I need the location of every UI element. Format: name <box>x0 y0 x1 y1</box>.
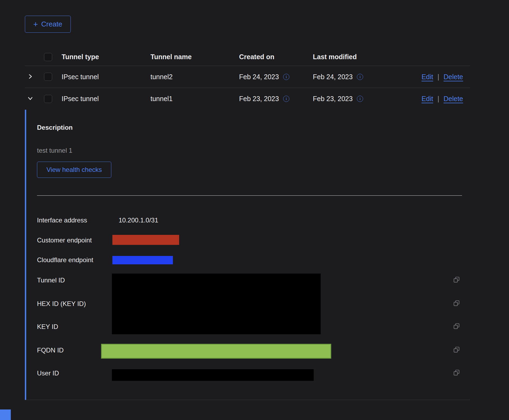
copy-fqdn-id-button[interactable] <box>453 347 460 354</box>
collapse-row-button[interactable] <box>28 95 33 103</box>
customer-endpoint-redaction <box>112 235 179 245</box>
actions-separator: | <box>437 95 439 103</box>
user-id-label: User ID <box>37 369 59 377</box>
edit-link[interactable]: Edit <box>421 95 433 103</box>
create-button[interactable]: + Create <box>25 16 71 33</box>
table-row: IPsec tunnel tunnel2 Feb 24, 2023 i Feb … <box>25 66 470 88</box>
header-last-modified: Last modified <box>313 53 403 61</box>
info-icon[interactable]: i <box>283 96 289 102</box>
delete-link[interactable]: Delete <box>444 95 463 103</box>
fqdn-id-label: FQDN ID <box>37 346 64 354</box>
customer-endpoint-label: Customer endpoint <box>37 236 92 244</box>
chevron-down-icon <box>28 95 33 102</box>
cell-last-modified: Feb 23, 2023 <box>313 95 353 103</box>
copy-icon <box>453 346 460 354</box>
cloudflare-endpoint-redaction <box>112 256 173 264</box>
interface-address-value: 10.200.1.0/31 <box>119 216 158 224</box>
actions-separator: | <box>437 73 439 81</box>
tunnel-id-label: Tunnel ID <box>37 276 65 284</box>
info-icon[interactable]: i <box>357 96 363 102</box>
header-tunnel-name: Tunnel name <box>150 53 239 61</box>
copy-user-id-button[interactable] <box>453 370 460 377</box>
chevron-right-icon <box>28 73 33 81</box>
tunnel-detail-panel: Description test tunnel 1 View health ch… <box>25 110 470 400</box>
copy-icon <box>453 276 460 284</box>
delete-link[interactable]: Delete <box>444 73 463 81</box>
interface-address-label: Interface address <box>37 216 87 224</box>
bottom-left-accent-square <box>0 409 11 420</box>
view-health-checks-button[interactable]: View health checks <box>37 162 111 178</box>
copy-icon <box>453 323 460 331</box>
cloudflare-endpoint-label: Cloudflare endpoint <box>37 256 93 264</box>
header-created-on: Created on <box>239 53 313 61</box>
copy-icon <box>453 369 460 377</box>
copy-hex-id-button[interactable] <box>453 300 460 307</box>
info-icon[interactable]: i <box>357 74 363 80</box>
tunnel-id-redaction <box>112 274 321 334</box>
cell-created-on: Feb 23, 2023 <box>239 95 279 103</box>
section-divider <box>37 195 462 196</box>
table-row: IPsec tunnel tunnel1 Feb 23, 2023 i Feb … <box>25 88 470 110</box>
fqdn-id-redaction <box>101 344 331 359</box>
description-heading: Description <box>37 124 73 131</box>
expand-row-button[interactable] <box>28 73 33 81</box>
tunnel-table: Tunnel type Tunnel name Created on Last … <box>25 48 470 110</box>
copy-icon <box>453 300 460 308</box>
table-header-row: Tunnel type Tunnel name Created on Last … <box>25 48 470 66</box>
edit-link[interactable]: Edit <box>421 73 433 81</box>
row-checkbox[interactable] <box>44 95 52 103</box>
cell-last-modified: Feb 24, 2023 <box>313 73 353 81</box>
user-id-redaction <box>112 369 314 381</box>
info-icon[interactable]: i <box>283 74 289 80</box>
create-button-label: Create <box>41 20 62 28</box>
view-health-checks-label: View health checks <box>46 166 102 174</box>
cell-tunnel-name: tunnel1 <box>150 95 239 103</box>
header-tunnel-type: Tunnel type <box>62 53 150 61</box>
copy-tunnel-id-button[interactable] <box>453 277 460 284</box>
cell-tunnel-name: tunnel2 <box>150 73 239 81</box>
copy-key-id-button[interactable] <box>453 323 460 330</box>
select-all-checkbox[interactable] <box>44 53 52 61</box>
description-value: test tunnel 1 <box>37 147 72 154</box>
key-id-label: KEY ID <box>37 323 58 331</box>
plus-icon: + <box>33 20 38 28</box>
row-checkbox[interactable] <box>44 73 52 81</box>
cell-tunnel-type: IPsec tunnel <box>62 73 150 81</box>
cell-tunnel-type: IPsec tunnel <box>62 95 150 103</box>
hex-id-label: HEX ID (KEY ID) <box>37 300 86 308</box>
cell-created-on: Feb 24, 2023 <box>239 73 279 81</box>
